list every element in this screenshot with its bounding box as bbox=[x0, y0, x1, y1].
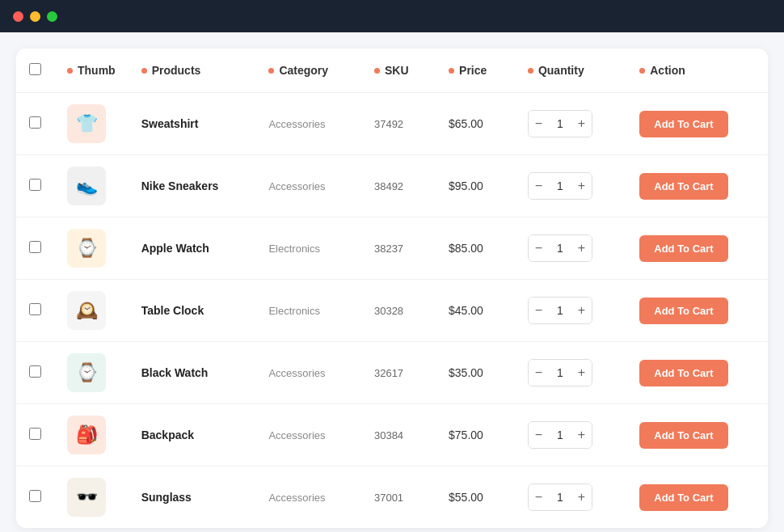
quantity-increase-button[interactable]: + bbox=[571, 360, 592, 386]
quantity-sort-dot bbox=[528, 68, 533, 74]
quantity-increase-button[interactable]: + bbox=[571, 422, 592, 448]
dot-green[interactable] bbox=[47, 11, 57, 22]
row-checkbox-cell bbox=[16, 155, 54, 217]
table-row: 🎒 Backpack Accessories 30384 $75.00 − + bbox=[16, 404, 768, 467]
product-name: Backpack bbox=[141, 429, 194, 441]
quantity-control: − + bbox=[528, 483, 592, 511]
row-price-cell: $65.00 bbox=[436, 93, 515, 155]
row-thumb-cell: 🕶️ bbox=[54, 467, 129, 529]
quantity-input[interactable] bbox=[549, 366, 571, 379]
quantity-input[interactable] bbox=[549, 491, 571, 504]
row-quantity-cell: − + bbox=[515, 155, 626, 217]
product-sku: 37492 bbox=[374, 118, 403, 130]
price-sort-dot bbox=[449, 68, 454, 74]
table-row: 🕶️ Sunglass Accessories 37001 $55.00 − + bbox=[16, 467, 768, 529]
add-to-cart-button[interactable]: Add To Cart bbox=[639, 173, 727, 200]
row-quantity-cell: − + bbox=[515, 280, 626, 342]
row-action-cell: Add To Cart bbox=[626, 404, 768, 467]
col-category-label: Category bbox=[279, 64, 328, 77]
col-quantity: Quantity bbox=[515, 49, 626, 93]
row-thumb-cell: ⌚ bbox=[54, 217, 129, 280]
row-name-cell: Black Watch bbox=[129, 342, 256, 404]
add-to-cart-button[interactable]: Add To Cart bbox=[639, 111, 727, 137]
product-sku: 30328 bbox=[374, 305, 403, 317]
quantity-decrease-button[interactable]: − bbox=[529, 173, 549, 199]
product-price: $65.00 bbox=[449, 117, 483, 130]
product-thumbnail: 👕 bbox=[67, 104, 106, 143]
quantity-increase-button[interactable]: + bbox=[571, 298, 592, 323]
product-name: Black Watch bbox=[141, 366, 209, 379]
product-thumbnail: 🕶️ bbox=[67, 478, 106, 517]
titlebar bbox=[0, 0, 784, 32]
quantity-input[interactable] bbox=[549, 242, 571, 255]
table-row: 👟 Nike Sneakers Accessories 38492 $95.00… bbox=[16, 155, 768, 217]
add-to-cart-button[interactable]: Add To Cart bbox=[639, 484, 727, 511]
quantity-increase-button[interactable]: + bbox=[571, 111, 592, 137]
product-sku: 32617 bbox=[374, 367, 403, 379]
row-thumb-cell: 👕 bbox=[54, 93, 129, 155]
add-to-cart-button[interactable]: Add To Cart bbox=[639, 235, 727, 262]
quantity-decrease-button[interactable]: − bbox=[529, 111, 549, 137]
quantity-decrease-button[interactable]: − bbox=[529, 484, 549, 510]
col-checkbox bbox=[16, 49, 54, 93]
quantity-decrease-button[interactable]: − bbox=[529, 298, 549, 323]
quantity-input[interactable] bbox=[549, 429, 571, 441]
category-sort-dot bbox=[268, 68, 274, 74]
product-category: Accessories bbox=[268, 429, 325, 441]
row-name-cell: Nike Sneakers bbox=[129, 155, 256, 217]
table-container: Thumb Products Category bbox=[16, 49, 768, 528]
add-to-cart-button[interactable]: Add To Cart bbox=[639, 298, 727, 324]
main-content: Thumb Products Category bbox=[0, 32, 784, 532]
product-price: $55.00 bbox=[449, 491, 483, 504]
row-name-cell: Sunglass bbox=[129, 467, 256, 529]
row-action-cell: Add To Cart bbox=[626, 217, 768, 280]
col-category: Category bbox=[255, 49, 361, 93]
row-checkbox-6[interactable] bbox=[29, 490, 41, 502]
select-all-checkbox[interactable] bbox=[29, 63, 41, 75]
row-checkbox-4[interactable] bbox=[29, 365, 41, 378]
col-products-label: Products bbox=[152, 64, 201, 77]
quantity-input[interactable] bbox=[549, 179, 571, 192]
dot-yellow[interactable] bbox=[30, 11, 40, 22]
product-thumbnail: 👟 bbox=[67, 167, 106, 205]
action-sort-dot bbox=[639, 68, 645, 74]
product-thumbnail: 🎒 bbox=[67, 416, 106, 454]
quantity-input[interactable] bbox=[549, 117, 571, 130]
row-quantity-cell: − + bbox=[515, 404, 626, 467]
add-to-cart-button[interactable]: Add To Cart bbox=[639, 422, 727, 449]
product-category: Accessories bbox=[268, 492, 325, 504]
row-checkbox-2[interactable] bbox=[29, 241, 41, 253]
row-price-cell: $85.00 bbox=[436, 217, 515, 280]
quantity-control: − + bbox=[528, 172, 592, 200]
row-quantity-cell: − + bbox=[515, 467, 626, 529]
row-price-cell: $45.00 bbox=[436, 280, 515, 342]
product-price: $75.00 bbox=[449, 429, 483, 441]
products-table: Thumb Products Category bbox=[16, 49, 768, 528]
quantity-increase-button[interactable]: + bbox=[571, 235, 592, 261]
row-category-cell: Accessories bbox=[255, 404, 361, 467]
product-name: Nike Sneakers bbox=[141, 179, 219, 192]
dot-red[interactable] bbox=[13, 11, 23, 22]
product-name: Apple Watch bbox=[141, 242, 209, 255]
quantity-increase-button[interactable]: + bbox=[571, 484, 592, 510]
row-checkbox-5[interactable] bbox=[29, 428, 41, 440]
quantity-decrease-button[interactable]: − bbox=[529, 235, 549, 261]
quantity-input[interactable] bbox=[549, 304, 571, 317]
quantity-increase-button[interactable]: + bbox=[571, 173, 592, 199]
row-checkbox-0[interactable] bbox=[29, 116, 41, 129]
row-sku-cell: 30328 bbox=[361, 280, 436, 342]
product-thumbnail: ⌚ bbox=[67, 229, 106, 268]
col-action: Action bbox=[626, 49, 768, 93]
quantity-decrease-button[interactable]: − bbox=[529, 360, 549, 386]
row-checkbox-3[interactable] bbox=[29, 303, 41, 315]
row-checkbox-1[interactable] bbox=[29, 179, 41, 191]
add-to-cart-button[interactable]: Add To Cart bbox=[639, 360, 727, 386]
quantity-control: − + bbox=[528, 234, 592, 262]
row-quantity-cell: − + bbox=[515, 342, 626, 404]
table-row: ⌚ Black Watch Accessories 32617 $35.00 −… bbox=[16, 342, 768, 404]
table-header-row: Thumb Products Category bbox=[16, 49, 768, 93]
row-price-cell: $75.00 bbox=[436, 404, 515, 467]
thumb-sort-dot bbox=[67, 68, 73, 74]
col-price: Price bbox=[436, 49, 515, 93]
quantity-decrease-button[interactable]: − bbox=[529, 422, 549, 448]
